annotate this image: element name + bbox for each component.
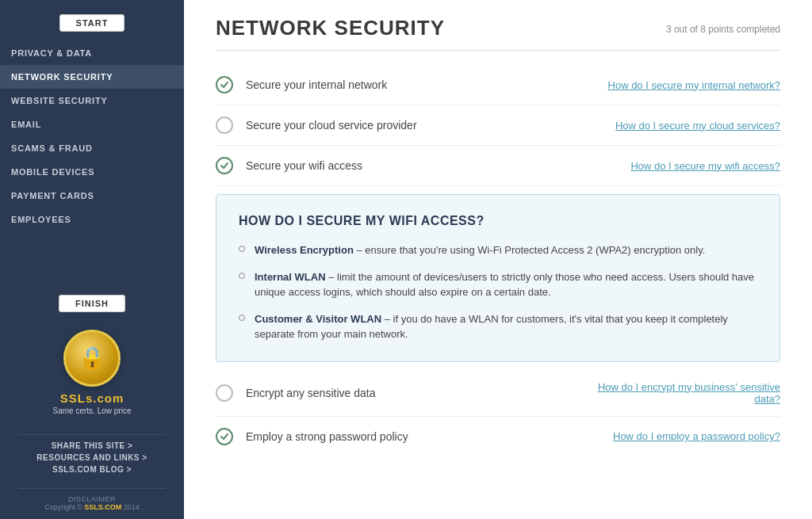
link-line2[interactable]: data?: [754, 393, 780, 405]
sidebar-links: SHARE THIS SITE >RESOURCES AND LINKS >SS…: [36, 441, 147, 474]
sidebar-item-privacy-data[interactable]: PRIVACY & DATA: [0, 41, 184, 65]
checklist-label-password-policy: Employ a strong password policy: [246, 430, 597, 443]
sidebar-item-email[interactable]: EMAIL: [0, 113, 184, 136]
panel-item-bold: Internal WLAN: [255, 271, 326, 283]
checklist-link-cloud-service[interactable]: How do I secure my cloud services?: [615, 120, 780, 132]
sidebar: START PRIVACY & DATANETWORK SECURITYWEBS…: [0, 0, 184, 519]
sidebar-item-website-security[interactable]: WEBSITE SECURITY: [0, 89, 184, 113]
panel-title: HOW DO I SECURE MY WIFI ACCESS?: [239, 214, 757, 228]
logo-icon: 🔒: [63, 330, 121, 387]
panel-item-bold: Wireless Encryption: [255, 244, 354, 256]
page-title: NETWORK SECURITY: [216, 16, 445, 40]
ssls-highlight: SSLS.COM: [84, 503, 121, 511]
page-header: NETWORK SECURITY 3 out of 8 points compl…: [216, 16, 780, 40]
panel-bullet-icon: [239, 273, 245, 279]
sidebar-divider: [18, 434, 166, 435]
sidebar-link-blog[interactable]: SSLS.COM BLOG >: [52, 465, 132, 474]
sidebar-link-resources[interactable]: RESOURCES AND LINKS >: [36, 453, 147, 462]
checklist-container: Secure your internal networkHow do I sec…: [216, 65, 780, 456]
panel-bullet-icon: [239, 246, 245, 252]
copyright-text: Copyright © SSLS.COM 2014: [44, 503, 140, 511]
checklist-item-internal-network: Secure your internal networkHow do I sec…: [216, 65, 780, 105]
sidebar-divider2: [18, 488, 166, 489]
link-line1[interactable]: How do I encrypt my business' sensitive: [598, 381, 780, 393]
header-divider: [216, 50, 780, 51]
checklist-link-password-policy[interactable]: How do I employ a password policy?: [613, 430, 780, 442]
checklist-label-wifi-access: Secure your wifi access: [246, 159, 615, 172]
checklist-label-encrypt-data: Encrypt any sensitive data: [246, 387, 582, 399]
panel-item-text-1: Internal WLAN – limit the amount of devi…: [255, 269, 757, 300]
unchecked-icon: [216, 384, 233, 402]
sidebar-item-payment-cards[interactable]: PAYMENT CARDS: [0, 184, 184, 208]
sidebar-item-mobile-devices[interactable]: MOBILE DEVICES: [0, 160, 184, 184]
checked-icon: [216, 428, 233, 445]
panel-item-1: Internal WLAN – limit the amount of devi…: [239, 269, 757, 300]
logo-text: SSLs.com: [60, 391, 124, 405]
checklist-link-wifi-access[interactable]: How do I secure my wifi access?: [630, 160, 780, 172]
progress-text: 3 out of 8 points completed: [666, 24, 780, 35]
checklist-item-password-policy: Employ a strong password policyHow do I …: [216, 417, 780, 456]
sidebar-item-employees[interactable]: EMPLOYEES: [0, 208, 184, 231]
checked-icon: [216, 157, 233, 174]
panel-item-text-2: Customer & Visitor WLAN – if you do have…: [255, 311, 757, 342]
finish-button[interactable]: FINISH: [59, 295, 125, 312]
checklist-item-wifi-access: Secure your wifi accessHow do I secure m…: [216, 146, 780, 186]
checklist-item-cloud-service: Secure your cloud service providerHow do…: [216, 105, 780, 146]
checklist-link-internal-network[interactable]: How do I secure my internal network?: [608, 79, 780, 91]
lock-icon: 🔒: [79, 347, 106, 369]
start-button[interactable]: START: [59, 14, 125, 32]
panel-item-2: Customer & Visitor WLAN – if you do have…: [239, 311, 757, 342]
disclaimer-label: DISCLAIMER: [68, 495, 116, 503]
logo-tagline: Same certs. Low price: [53, 406, 132, 415]
sidebar-nav: PRIVACY & DATANETWORK SECURITYWEBSITE SE…: [0, 41, 184, 288]
sidebar-item-scams-fraud[interactable]: SCAMS & FRAUD: [0, 136, 184, 160]
checked-icon: [216, 76, 233, 93]
main-content: NETWORK SECURITY 3 out of 8 points compl…: [184, 0, 812, 519]
panel-bullet-icon: [239, 315, 245, 321]
checklist-link-encrypt-data[interactable]: How do I encrypt my business' sensitived…: [598, 381, 780, 405]
panel-item-0: Wireless Encryption – ensure that you're…: [239, 242, 757, 258]
expanded-panel-wifi-access: HOW DO I SECURE MY WIFI ACCESS?Wireless …: [216, 194, 780, 362]
checklist-label-internal-network: Secure your internal network: [246, 78, 592, 91]
panel-item-text-0: Wireless Encryption – ensure that you're…: [255, 242, 705, 258]
unchecked-icon: [216, 116, 233, 134]
sidebar-link-share[interactable]: SHARE THIS SITE >: [52, 441, 133, 450]
logo-area: 🔒 SSLs.com Same certs. Low price: [53, 330, 132, 415]
panel-item-bold: Customer & Visitor WLAN: [255, 313, 381, 325]
sidebar-item-network-security[interactable]: NETWORK SECURITY: [0, 65, 184, 89]
checklist-item-encrypt-data: Encrypt any sensitive dataHow do I encry…: [216, 370, 780, 417]
checklist-label-cloud-service: Secure your cloud service provider: [246, 119, 599, 132]
